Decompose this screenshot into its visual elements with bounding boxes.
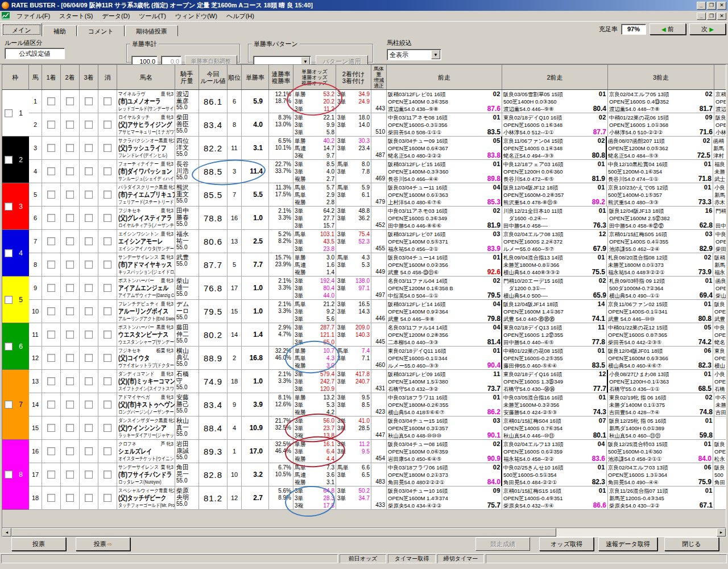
vote-arrow-button[interactable]: 投票⇨ [76, 537, 130, 551]
mark-2nd-checkbox[interactable] [66, 471, 74, 479]
erase-checkbox[interactable] [104, 401, 111, 409]
scrollbar-thumb[interactable] [11, 528, 556, 537]
mark-2nd-checkbox[interactable] [66, 237, 74, 245]
mark-3rd-checkbox[interactable] [85, 377, 93, 385]
table-row[interactable]: 13ダンディコマンド鹿 牝3(父)(市)ミッキーコマンドスイフトクイン(スイフト… [29, 370, 726, 393]
table-row[interactable]: 8サンデーサイレンス栗 牝3(市)アドマイヤキッスキッスパッション(ジェイドロバ… [29, 253, 726, 277]
close-button[interactable]: ✕ [717, 13, 726, 20]
tab-1[interactable]: メイン [1, 23, 42, 36]
menu-item[interactable]: ウィンドウ(W) [171, 11, 222, 22]
waku-checkbox[interactable] [5, 343, 13, 351]
mark-3rd-checkbox[interactable] [85, 214, 93, 222]
table-row[interactable]: 7エイシンワシントン鹿 牝3エイシンアモーレエイシンアイノウタ(サンデーサイレン… [29, 230, 726, 253]
erase-checkbox[interactable] [104, 237, 111, 245]
scroll-right-button[interactable]: ► [717, 528, 726, 537]
erase-checkbox[interactable] [104, 144, 111, 152]
erase-checkbox[interactable] [104, 424, 111, 432]
restore-button[interactable]: ❐ [707, 2, 716, 10]
mark-3rd-checkbox[interactable] [85, 424, 93, 432]
mark-2nd-checkbox[interactable] [66, 214, 74, 222]
menu-item[interactable]: ヘルプ(H) [222, 11, 259, 22]
table-row[interactable]: 4フォーティナイナー鹿 牝3(市)ダイワパッションサンルージュ(シェイディハイツ… [29, 160, 726, 183]
erase-checkbox[interactable] [104, 261, 111, 269]
mark-1st-checkbox[interactable] [47, 284, 55, 292]
erase-checkbox[interactable] [104, 97, 111, 105]
vote-button[interactable]: 投票 [11, 537, 66, 551]
mark-1st-checkbox[interactable] [47, 377, 55, 385]
mark-1st-checkbox[interactable] [47, 191, 55, 199]
table-row[interactable]: 1マイネルラヴ鹿 牝3(市)ユメノオーラレッドゴールド(サンデーサイレンス)渡辺… [29, 90, 726, 113]
mark-3rd-checkbox[interactable] [85, 331, 93, 339]
horizontal-scrollbar[interactable]: ◄ ► [2, 527, 726, 537]
mark-3rd-checkbox[interactable] [85, 447, 93, 455]
erase-checkbox[interactable] [104, 471, 111, 479]
erase-checkbox[interactable] [104, 214, 111, 222]
mark-2nd-checkbox[interactable] [66, 144, 74, 152]
get-flash-data-button[interactable]: 速報データ取得 [598, 537, 657, 551]
mark-2nd-checkbox[interactable] [66, 261, 74, 269]
restore-button[interactable]: ❐ [707, 13, 716, 20]
table-row[interactable]: 17サンデーサイレンス栗 牝3(市)フサイチパンドラロッタレース(Nureyev… [29, 463, 726, 486]
waku-checkbox[interactable] [5, 401, 13, 409]
mark-3rd-checkbox[interactable] [85, 97, 93, 105]
close-window-button[interactable]: 閉じる [664, 537, 719, 551]
mark-3rd-checkbox[interactable] [85, 354, 93, 362]
get-odds-button[interactable]: オッズ取得 [539, 537, 594, 551]
mark-3rd-checkbox[interactable] [85, 144, 93, 152]
waku-checkbox[interactable] [5, 296, 13, 304]
mark-3rd-checkbox[interactable] [85, 284, 93, 292]
table-row[interactable]: 3サクラバクシンオー黒鹿 牝3(父)ラッシュライフフレンドレイ(デインヒル)四位… [29, 137, 726, 160]
minimize-button[interactable]: _ [697, 2, 706, 10]
table-row[interactable]: 10フレンチデピュティ鹿 牝3アルーリングボイスアルーリングアクト(End Sw… [29, 300, 726, 323]
mark-2nd-checkbox[interactable] [66, 354, 74, 362]
mark-2nd-checkbox[interactable] [66, 167, 74, 175]
erase-checkbox[interactable] [104, 191, 111, 199]
mark-1st-checkbox[interactable] [47, 144, 55, 152]
mark-1st-checkbox[interactable] [47, 331, 55, 339]
mark-2nd-checkbox[interactable] [66, 424, 74, 432]
table-row[interactable]: 11ボストンハーバー黒鹿 牝3ウエスタンビーナスウエスタンシャープ(サンデーサイ… [29, 323, 726, 347]
mark-3rd-checkbox[interactable] [85, 471, 93, 479]
erase-checkbox[interactable] [104, 121, 111, 129]
mark-3rd-checkbox[interactable] [85, 401, 93, 409]
mark-1st-checkbox[interactable] [47, 307, 55, 315]
column-filter-select[interactable]: 全表示 ▼ [387, 49, 441, 60]
menu-item[interactable]: スタート(S) [55, 11, 97, 22]
next-button[interactable]: 次 ▶ [689, 23, 726, 35]
tab-2[interactable]: 補助 [43, 25, 77, 36]
erase-checkbox[interactable] [104, 377, 111, 385]
mark-3rd-checkbox[interactable] [85, 237, 93, 245]
mark-2nd-checkbox[interactable] [66, 494, 74, 502]
mark-2nd-checkbox[interactable] [66, 97, 74, 105]
waku-checkbox[interactable] [5, 249, 13, 257]
scroll-left-button[interactable]: ◄ [2, 528, 11, 537]
table-row[interactable]: 6フジキセキ鹿 牝3(父)グレイスティアラロイヤルティアラ(ノーザンテースト)田… [29, 207, 726, 230]
mark-1st-checkbox[interactable] [47, 401, 55, 409]
mark-2nd-checkbox[interactable] [66, 307, 74, 315]
mark-3rd-checkbox[interactable] [85, 167, 93, 175]
waku-checkbox[interactable] [5, 471, 13, 479]
mark-2nd-checkbox[interactable] [66, 121, 74, 129]
mark-1st-checkbox[interactable] [47, 167, 55, 175]
table-row[interactable]: 2ロイヤルタッチ鹿 牝3(父)アサヒライジングアサヒマーキュリー(ミナガワマンナ… [29, 113, 726, 137]
mark-2nd-checkbox[interactable] [66, 331, 74, 339]
table-row[interactable]: 5パラダイスクリーク黒鹿 牝3(市)テイエムプリキュアフェリアード(ステートリー… [29, 183, 726, 207]
mark-1st-checkbox[interactable] [47, 97, 55, 105]
mark-1st-checkbox[interactable] [47, 121, 55, 129]
table-row[interactable]: 15ダンスインザダーク黒鹿 牝3(父)ウインシンシアラッキーダイアリー(ジャヤッ… [29, 417, 726, 440]
mark-3rd-checkbox[interactable] [85, 121, 93, 129]
mark-3rd-checkbox[interactable] [85, 191, 93, 199]
mark-2nd-checkbox[interactable] [66, 401, 74, 409]
menu-item[interactable]: データ(D) [98, 11, 135, 22]
waku-checkbox[interactable] [5, 203, 13, 211]
erase-checkbox[interactable] [104, 331, 111, 339]
mark-1st-checkbox[interactable] [47, 494, 55, 502]
erase-checkbox[interactable] [104, 284, 111, 292]
mark-2nd-checkbox[interactable] [66, 284, 74, 292]
mark-1st-checkbox[interactable] [47, 354, 55, 362]
mark-3rd-checkbox[interactable] [85, 261, 93, 269]
close-button[interactable]: ✕ [717, 2, 726, 10]
mark-2nd-checkbox[interactable] [66, 191, 74, 199]
mark-1st-checkbox[interactable] [47, 471, 55, 479]
mark-1st-checkbox[interactable] [47, 261, 55, 269]
